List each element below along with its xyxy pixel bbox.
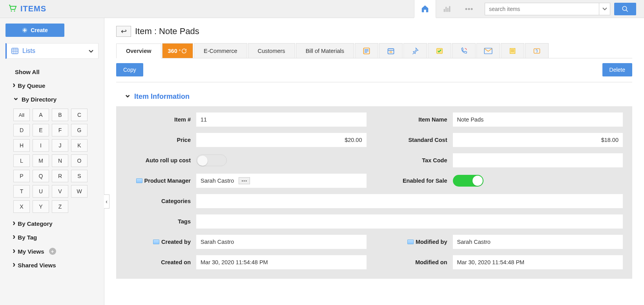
field-price[interactable]: $20.00 (196, 133, 367, 147)
back-button[interactable]: ↩ (116, 26, 131, 37)
form-panel: Item #11 Item NameNote Pads Price$20.00 … (116, 106, 632, 279)
tab-pin-icon[interactable] (403, 43, 427, 58)
create-label: Create (31, 27, 48, 33)
delete-button[interactable]: Delete (602, 63, 632, 76)
field-created-by: Sarah Castro (196, 235, 367, 249)
alpha-cell-w[interactable]: W (71, 185, 88, 198)
toggle-enabled-for-sale[interactable] (453, 175, 483, 187)
sidebar-item-by-category[interactable]: By Category (13, 217, 99, 231)
alpha-cell-h[interactable]: H (13, 139, 30, 152)
refresh-icon: ° (179, 49, 181, 53)
field-item-no[interactable]: 11 (196, 113, 367, 127)
field-tags[interactable] (196, 214, 623, 229)
alpha-cell-d[interactable]: D (13, 124, 30, 136)
add-view-icon[interactable]: + (49, 248, 56, 255)
label-modified-by: Modified by (382, 239, 453, 245)
alpha-cell-s[interactable]: S (71, 170, 88, 182)
lists-menu[interactable]: Lists (5, 43, 99, 59)
tab-ecommerce[interactable]: E-Commerce (194, 43, 247, 58)
sidebar: Create Lists Show All By Queue By Direct… (0, 18, 104, 305)
tab-phone-icon[interactable] (452, 43, 476, 58)
tab-360[interactable]: 360 ° (162, 43, 193, 58)
chevron-right-icon (13, 220, 15, 227)
alpha-cell-v[interactable]: V (52, 185, 68, 198)
label-item-no: Item # (126, 116, 196, 123)
sidebar-item-my-views[interactable]: My Views+ (13, 244, 99, 258)
svg-rect-25 (484, 48, 492, 53)
search-dropdown[interactable] (599, 3, 610, 15)
chevron-right-icon (13, 262, 15, 269)
field-item-name[interactable]: Note Pads (453, 113, 623, 127)
label-enabled-for-sale: Enabled for Sale (382, 178, 453, 184)
tab-customers[interactable]: Customers (248, 43, 295, 58)
label-auto-roll: Auto roll up cost (126, 157, 196, 163)
sidebar-item-show-all[interactable]: Show All (13, 65, 99, 79)
copy-button[interactable]: Copy (116, 63, 143, 76)
field-categories[interactable] (196, 194, 623, 208)
tab-task-icon[interactable] (428, 43, 451, 58)
tab-attachment-icon[interactable] (525, 43, 549, 58)
label-standard-cost: Standard Cost (382, 137, 453, 143)
svg-point-1 (14, 11, 15, 12)
alpha-cell-u[interactable]: U (33, 185, 49, 198)
alpha-cell-z[interactable]: Z (52, 200, 68, 213)
svg-point-0 (11, 11, 12, 12)
alpha-cell-p[interactable]: P (13, 170, 30, 182)
alpha-cell-n[interactable]: N (52, 154, 68, 167)
alpha-cell-m[interactable]: M (33, 154, 49, 167)
sidebar-item-by-queue[interactable]: By Queue (13, 79, 99, 93)
label-tax-code: Tax Code (382, 157, 453, 163)
toggle-auto-roll[interactable] (196, 154, 227, 166)
alpha-cell-o[interactable]: O (71, 154, 88, 167)
create-button[interactable]: Create (5, 24, 64, 37)
field-standard-cost[interactable]: $18.00 (453, 133, 623, 147)
more-icon[interactable] (458, 0, 480, 18)
tab-note-icon[interactable] (501, 43, 524, 58)
alpha-cell-c[interactable]: C (71, 109, 88, 121)
svg-rect-12 (12, 48, 18, 54)
contact-icon (407, 240, 414, 244)
section-item-information[interactable]: Item Information (116, 88, 632, 106)
label-item-name: Item Name (382, 116, 453, 123)
search-button[interactable] (614, 3, 636, 15)
svg-rect-3 (445, 7, 447, 12)
alpha-cell-a[interactable]: A (33, 109, 49, 121)
svg-point-6 (465, 8, 467, 10)
search-input-wrap (485, 3, 610, 15)
contact-more-icon[interactable]: ••• (239, 177, 250, 184)
sidebar-item-by-tag[interactable]: By Tag (13, 231, 99, 244)
alpha-cell-g[interactable]: G (71, 124, 88, 136)
sidebar-collapse-handle[interactable]: ‹ (104, 194, 109, 209)
tab-mail-icon[interactable] (476, 43, 500, 58)
tab-bom[interactable]: Bill of Materials (296, 43, 354, 58)
alpha-cell-b[interactable]: B (52, 109, 68, 121)
svg-rect-26 (510, 48, 515, 53)
tab-form-icon[interactable] (355, 43, 378, 58)
tab-overview[interactable]: Overview (116, 44, 161, 58)
label-price: Price (126, 137, 196, 143)
alpha-cell-j[interactable]: J (52, 139, 68, 152)
tabs-row: Overview 360 ° E-Commerce Customers Bill… (116, 43, 632, 58)
sidebar-item-by-directory[interactable]: By Directory (13, 93, 99, 106)
search-input[interactable] (485, 6, 599, 12)
alpha-cell-f[interactable]: F (52, 124, 68, 136)
field-product-manager[interactable]: Sarah Castro••• (196, 174, 367, 188)
alpha-cell-i[interactable]: I (33, 139, 49, 152)
tab-calendar-icon[interactable]: 31 (379, 43, 403, 58)
main-content: ↩ Item : Note Pads Overview 360 ° E-Comm… (104, 18, 644, 305)
chevron-right-icon (13, 82, 15, 89)
field-tax-code[interactable] (453, 153, 623, 167)
alpha-cell-y[interactable]: Y (33, 200, 49, 213)
home-icon[interactable] (414, 0, 436, 18)
alpha-cell-x[interactable]: X (13, 200, 30, 213)
alpha-cell-all[interactable]: All (13, 109, 30, 121)
label-product-manager: Product Manager (126, 178, 196, 184)
alpha-cell-q[interactable]: Q (33, 170, 49, 182)
alpha-cell-l[interactable]: L (13, 154, 30, 167)
alpha-cell-t[interactable]: T (13, 185, 30, 198)
alpha-cell-e[interactable]: E (33, 124, 49, 136)
alpha-cell-k[interactable]: K (71, 139, 88, 152)
bars-icon[interactable] (436, 0, 458, 18)
sidebar-item-shared-views[interactable]: Shared Views (13, 258, 99, 272)
alpha-cell-r[interactable]: R (52, 170, 68, 182)
